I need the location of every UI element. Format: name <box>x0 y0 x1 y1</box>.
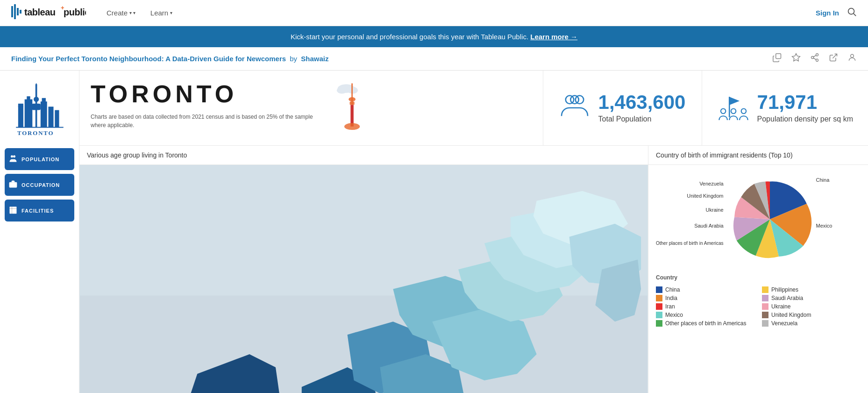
chart-legend: Country China India <box>656 274 861 327</box>
legend-grid: China India Iran <box>656 286 861 327</box>
sidebar-item-occupation[interactable]: OCCUPATION <box>5 174 74 196</box>
sidebar-item-population[interactable]: POPULATION <box>5 148 74 170</box>
svg-text:public: public <box>64 7 86 17</box>
svg-marker-10 <box>792 54 800 61</box>
svg-line-15 <box>813 55 816 57</box>
legend-mexico: Mexico <box>656 312 754 318</box>
svg-point-50 <box>720 109 726 114</box>
chart-content: Venezuela United Kingdom Ukraine Saudi A… <box>648 165 868 393</box>
svg-rect-26 <box>42 98 45 103</box>
svg-point-44 <box>344 123 360 130</box>
ukraine-swatch <box>762 303 768 310</box>
svg-point-16 <box>851 54 854 57</box>
map-title: Various age group living in Toronto <box>79 146 648 165</box>
nav-actions: Sign In <box>816 7 857 19</box>
legend-india: India <box>656 295 754 301</box>
pie-chart-svg <box>726 172 814 271</box>
svg-line-14 <box>813 58 816 59</box>
svg-point-11 <box>816 54 818 56</box>
search-icon[interactable] <box>847 7 857 19</box>
svg-rect-27 <box>48 107 53 127</box>
stat-population: 1,463,600 Total Population <box>543 71 702 145</box>
china-swatch <box>656 286 662 293</box>
svg-rect-9 <box>776 54 781 59</box>
svg-rect-17 <box>18 106 23 127</box>
nav-links: Create ▾ Learn ▾ <box>101 5 816 21</box>
sidebar-item-facilities[interactable]: FACILITIES <box>5 200 74 222</box>
svg-point-32 <box>13 155 15 157</box>
svg-rect-18 <box>18 104 23 107</box>
chart-title: Country of birth of immigrant residents … <box>648 146 868 165</box>
svg-point-21 <box>34 97 39 102</box>
philippines-swatch <box>762 286 768 293</box>
dashboard: TORONTO Charts are based on data collect… <box>79 71 868 393</box>
density-stat-info: 71,971 Population density per sq km <box>757 93 853 123</box>
svg-rect-28 <box>55 110 59 128</box>
promo-banner: Kick-start your personal and professiona… <box>0 26 868 47</box>
toronto-logo-area: TORONTO <box>7 75 72 141</box>
svg-point-7 <box>848 8 854 14</box>
nav-create[interactable]: Create ▾ <box>101 5 141 21</box>
author-link[interactable]: Shawaiz <box>301 55 328 63</box>
svg-point-38 <box>337 87 347 94</box>
svg-marker-49 <box>729 97 740 105</box>
svg-rect-0 <box>11 6 13 17</box>
bottom-row: Various age group living in Toronto <box>79 146 868 393</box>
title-actions <box>773 53 857 64</box>
legend-iran: Iran <box>656 303 754 310</box>
toronto-description: Charts are based on data collected from … <box>91 113 324 129</box>
other-americas-swatch <box>656 320 662 327</box>
svg-rect-34 <box>10 207 17 214</box>
saudi-swatch <box>762 295 768 301</box>
share-icon[interactable] <box>810 53 819 64</box>
legend-philippines: Philippines <box>762 286 861 293</box>
population-stat-icon <box>558 91 591 125</box>
create-chevron: ▾ <box>129 10 135 15</box>
legend-china: China <box>656 286 754 293</box>
svg-point-31 <box>11 155 13 157</box>
svg-text:TORONTO: TORONTO <box>17 129 54 136</box>
left-sidebar: TORONTO POPULATION OCCUPATION FACILIT <box>0 71 79 393</box>
svg-rect-42 <box>350 101 355 105</box>
legend-saudi: Saudi Arabia <box>762 295 861 301</box>
svg-point-12 <box>811 57 814 59</box>
facilities-icon <box>8 205 18 216</box>
svg-rect-24 <box>27 96 30 100</box>
venezuela-swatch <box>762 320 768 327</box>
mexico-swatch <box>656 312 662 318</box>
profile-icon[interactable] <box>847 53 857 64</box>
toronto-tower-illustration <box>332 80 374 136</box>
india-swatch <box>656 295 662 301</box>
logo[interactable]: tableau + public <box>11 4 86 22</box>
copy-icon[interactable] <box>773 53 782 64</box>
sidebar-nav: POPULATION OCCUPATION FACILITIES <box>0 148 79 222</box>
svg-line-8 <box>854 14 856 16</box>
toronto-header: TORONTO Charts are based on data collect… <box>79 71 543 145</box>
svg-point-52 <box>731 109 736 114</box>
nav-learn[interactable]: Learn ▾ <box>145 5 178 21</box>
population-icon <box>8 154 18 164</box>
logo-text: tableau + public <box>11 4 86 22</box>
pie-labels-left: Venezuela United Kingdom Ukraine Saudi A… <box>656 172 724 246</box>
sign-in-button[interactable]: Sign In <box>816 9 839 17</box>
navbar: tableau + public Create ▾ Learn ▾ Sign I… <box>0 0 868 26</box>
toronto-skyline-svg: TORONTO <box>12 80 68 136</box>
iran-swatch <box>656 303 662 310</box>
map-area: Various age group living in Toronto <box>79 146 648 393</box>
learn-more-link[interactable]: Learn more → <box>530 33 577 41</box>
svg-rect-2 <box>17 8 19 15</box>
legend-other-americas: Other places of birth in Americas <box>656 320 754 327</box>
svg-rect-33 <box>9 182 17 188</box>
population-stat-info: 1,463,600 Total Population <box>598 93 686 123</box>
map-container[interactable]: 410 © 2025 Mapbox © OpenStreetMap <box>79 165 648 393</box>
embed-icon[interactable] <box>829 53 838 64</box>
legend-left: China India Iran <box>656 286 754 327</box>
uk-swatch <box>762 312 768 318</box>
pie-labels-right: China Mexico <box>816 172 832 229</box>
star-icon[interactable] <box>791 53 801 64</box>
svg-point-51 <box>741 109 746 114</box>
toronto-map-svg: 410 <box>79 165 648 393</box>
svg-rect-3 <box>20 10 21 14</box>
toronto-wordmark: TORONTO <box>91 80 324 108</box>
legend-right: Philippines Saudi Arabia Ukraine <box>762 286 861 327</box>
